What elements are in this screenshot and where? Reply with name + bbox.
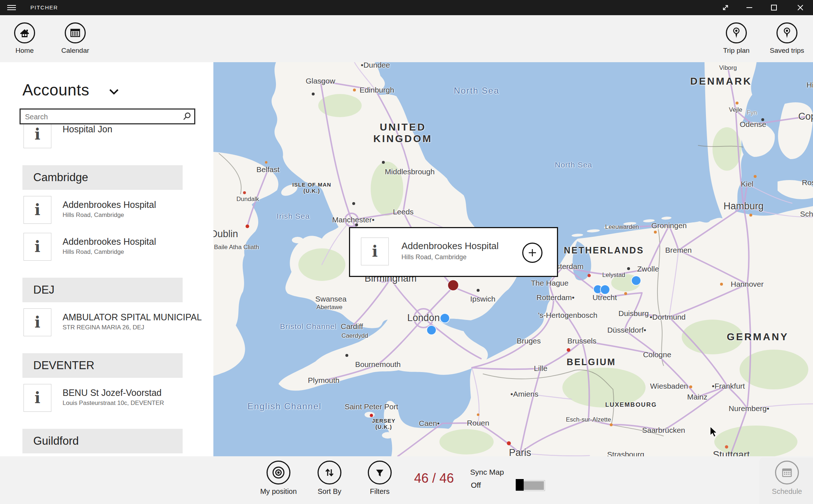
list-item[interactable]: iAddenbrookes HospitalHills Road, Cambri… [24,233,213,261]
city-dot [624,292,627,295]
saved-trips-button[interactable]: Saved trips [762,22,812,55]
list-item[interactable]: i Hospital Jon [24,120,213,148]
info-icon[interactable]: i [24,384,51,412]
sync-map-toggle[interactable] [516,479,544,491]
city-dot [477,414,480,416]
item-subtitle: Louis Pasteurstraat 10c, DEVENTER [63,400,164,407]
app-title: PITCHER [30,0,58,15]
maximize-icon [771,4,777,11]
titlebar: PITCHER [0,0,813,15]
mouse-cursor [710,427,719,437]
city-dot [352,202,355,205]
list-item[interactable]: iAMBULATOR SPITAL MUNICIPALSTR REGINA MA… [24,308,213,336]
results-count: 46 / 46 [405,471,463,486]
schedule-button[interactable]: Schedule [756,461,813,496]
item-title: Hospital Jon [63,124,112,134]
city-dot [567,348,570,352]
city-dot [345,354,348,357]
item-subtitle: STR REGINA MARIA 26, DEJ [63,324,202,331]
filter-icon [368,461,392,484]
map-pin-icon [726,22,747,43]
city-dot [689,385,692,388]
info-icon[interactable]: i [361,238,389,265]
list-item[interactable]: iBENU St Jozef-VoorstadLouis Pasteurstra… [24,384,213,412]
account-marker[interactable] [427,325,436,335]
city-dot [725,445,728,449]
account-marker[interactable] [448,280,459,291]
item-title: Addenbrookes Hospital [63,199,156,210]
city-dot [382,161,385,164]
city-dot [749,214,752,217]
city-dot [246,225,249,228]
fullscreen-icon [722,4,729,11]
home-button[interactable]: Home [0,22,50,55]
accounts-sidebar: Accounts i Hospital Jon CambridgeiAddenb… [0,62,213,456]
section-header: DEJ [22,278,183,302]
item-title: Addenbrookes Hospital [63,236,156,247]
map-popup[interactable]: i Addenbrookes Hospital Hills Road, Camb… [349,227,558,277]
item-subtitle: Hills Road, Cambridge [63,248,156,256]
search-box [20,108,195,124]
city-dot [736,102,738,104]
chevron-down-icon[interactable] [108,88,119,97]
item-subtitle: Hills Road, Cambridge [63,212,156,219]
bottom-toolbar: My position Sort By Filters 46 / 46 Sync… [0,456,813,504]
city-dot [477,289,480,292]
plus-icon [528,248,537,257]
city-dot [353,89,356,91]
info-icon[interactable]: i [24,233,51,261]
home-icon [14,22,35,43]
close-icon [797,4,804,11]
schedule-calendar-icon [775,461,799,484]
city-dot [754,175,757,178]
item-title: AMBULATOR SPITAL MUNICIPAL [63,312,202,323]
fullscreen-button[interactable] [717,0,734,15]
search-icon[interactable] [183,112,191,122]
city-dot [265,161,268,164]
search-input[interactable] [24,110,178,124]
top-toolbar: Home Calendar Trip plan [0,15,813,62]
account-list[interactable]: i Hospital Jon CambridgeiAddenbrookes Ho… [0,120,213,456]
info-icon[interactable]: i [24,196,51,224]
accounts-title[interactable]: Accounts [22,81,89,99]
popup-subtitle: Hills Road, Cambridge [401,253,467,261]
section-header: Guildford [22,429,183,453]
city-dot [610,423,613,426]
filters-button[interactable]: Filters [349,461,410,496]
sync-map-state: Off [471,481,481,490]
popup-title: Addenbrookes Hospital [401,240,499,252]
info-icon[interactable]: i [24,308,51,336]
city-dot [761,118,764,121]
city-dot [588,274,591,277]
maximize-button[interactable] [765,0,783,15]
city-dot [355,223,358,226]
minimize-button[interactable] [741,0,758,15]
sort-icon [318,461,341,484]
calendar-button[interactable]: Calendar [50,22,101,55]
map-canvas[interactable]: •DundeeGlasgowEdinburghNorth SeaUNITED K… [213,62,813,456]
calendar-icon [65,22,86,43]
close-button[interactable] [792,0,809,15]
hamburger-menu-icon[interactable] [7,4,16,12]
city-dot [370,414,373,417]
map-pin-icon [776,22,797,43]
minimize-icon [746,4,753,11]
section-header: Cambridge [22,165,183,190]
city-dot [720,283,723,286]
city-dot [507,441,511,445]
account-marker[interactable] [631,276,641,285]
city-dot [654,231,657,234]
add-to-trip-button[interactable] [522,243,542,263]
section-header: DEVENTER [22,353,183,378]
sync-map-label: Sync Map [470,468,504,477]
info-icon[interactable]: i [24,120,51,148]
my-position-icon [267,461,290,484]
account-marker[interactable] [600,285,610,294]
item-title: BENU St Jozef-Voorstad [63,387,164,398]
list-item[interactable]: iAddenbrookes HospitalHills Road, Cambri… [24,196,213,224]
account-marker[interactable] [440,313,450,323]
account-list-sections: CambridgeiAddenbrookes HospitalHills Roa… [0,165,213,456]
city-dot [312,93,315,95]
city-dot [627,267,630,270]
trip-plan-button[interactable]: Trip plan [711,22,762,55]
